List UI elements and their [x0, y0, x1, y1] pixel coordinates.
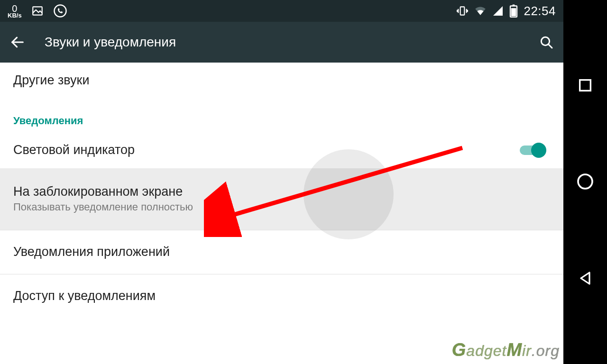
item-label: На заблокированном экране	[13, 184, 550, 199]
svg-rect-4	[513, 5, 515, 7]
battery-icon	[509, 4, 518, 18]
vibrate-icon	[456, 5, 469, 17]
svg-line-8	[548, 44, 552, 48]
search-button[interactable]	[539, 35, 554, 50]
item-app-notifications[interactable]: Уведомления приложений	[0, 230, 563, 274]
settings-list: Другие звуки Уведомления Световой индика…	[0, 63, 563, 318]
item-label: Световой индикатор	[13, 143, 520, 157]
back-button[interactable]	[9, 34, 26, 50]
item-label: Доступ к уведомлениям	[13, 289, 550, 303]
item-label: Уведомления приложений	[13, 245, 550, 259]
status-right: 22:54	[456, 4, 556, 18]
signal-icon	[492, 5, 504, 17]
svg-rect-2	[460, 7, 465, 15]
item-light-indicator[interactable]: Световой индикатор	[0, 132, 563, 168]
app-bar: Звуки и уведомления	[0, 22, 563, 63]
wifi-icon	[474, 5, 487, 17]
watermark: GadgetMir.org	[452, 340, 560, 360]
device-frame: 0 KB/s	[0, 0, 607, 364]
viber-icon	[53, 4, 67, 18]
nav-back-button[interactable]	[577, 270, 594, 287]
section-header-notifications: Уведомления	[0, 99, 563, 132]
svg-point-1	[54, 5, 66, 17]
picture-icon	[31, 5, 44, 17]
section-label: Уведомления	[13, 115, 550, 127]
nav-home-button[interactable]	[576, 172, 595, 191]
status-left: 0 KB/s	[8, 4, 67, 18]
switch-light-indicator[interactable]	[520, 146, 544, 155]
app-bar-title: Звуки и уведомления	[45, 35, 539, 50]
svg-rect-11	[580, 80, 591, 91]
item-other-sounds[interactable]: Другие звуки	[0, 63, 563, 99]
touch-ripple	[304, 149, 394, 239]
svg-point-12	[578, 174, 592, 189]
item-notification-access[interactable]: Доступ к уведомлениям	[0, 274, 563, 318]
netspeed-unit: KB/s	[8, 12, 22, 18]
netspeed-indicator: 0 KB/s	[8, 4, 22, 18]
nav-recent-button[interactable]	[577, 77, 593, 93]
item-label: Другие звуки	[13, 73, 550, 88]
item-sublabel: Показывать уведомление полностью	[13, 201, 550, 213]
item-lock-screen[interactable]: На заблокированном экране Показывать уве…	[0, 168, 563, 230]
screen: 0 KB/s	[0, 0, 563, 364]
status-bar: 0 KB/s	[0, 0, 563, 22]
system-nav-bar	[563, 0, 607, 364]
status-clock: 22:54	[524, 4, 556, 18]
svg-rect-5	[511, 8, 516, 16]
